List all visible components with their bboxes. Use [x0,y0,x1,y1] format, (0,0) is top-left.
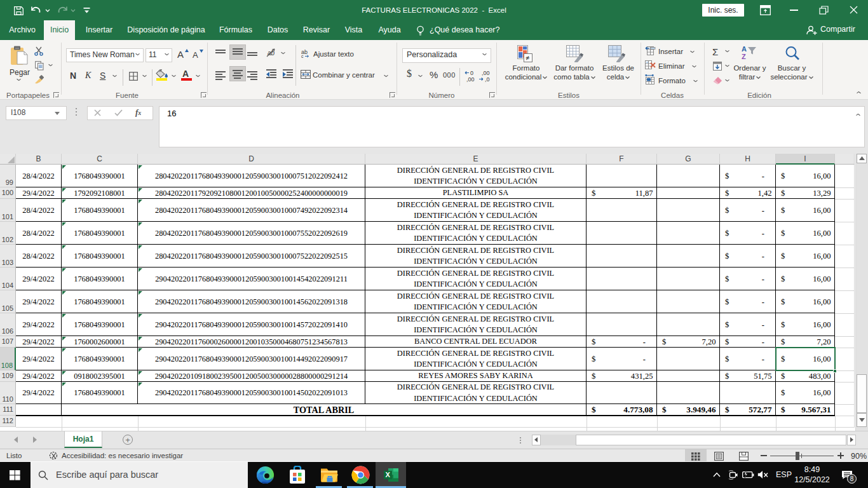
svg-text:ab: ab [268,50,275,57]
svg-text:X: X [386,471,391,478]
svg-text:≠: ≠ [526,54,529,62]
svg-text:A: A [742,45,747,53]
svg-text:c: c [301,54,304,58]
svg-text:Z: Z [742,53,746,60]
svg-text:,00: ,00 [466,76,475,83]
svg-text:,0: ,0 [485,76,490,83]
svg-text:0: 0 [470,70,473,76]
svg-text:,00: ,00 [482,70,490,76]
